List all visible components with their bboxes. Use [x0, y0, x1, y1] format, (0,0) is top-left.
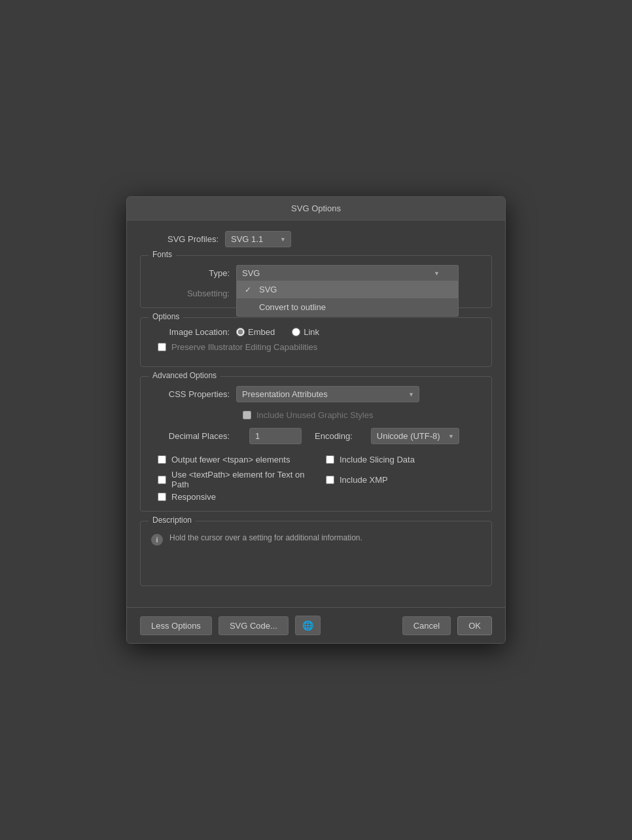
dialog-title-bar: SVG Options: [127, 197, 505, 220]
slicing-checkbox-item: Include Slicing Data: [326, 455, 481, 464]
svg-options-dialog: SVG Options SVG Profiles: SVG 1.1 SVG 1.…: [126, 196, 506, 644]
svg-profiles-select-wrapper: SVG 1.1 SVG 1.0 SVG Basic SVG Tiny: [225, 231, 291, 247]
svg-code-button[interactable]: SVG Code...: [219, 616, 289, 635]
embed-radio-label[interactable]: Embed: [236, 327, 275, 337]
encoding-select-wrapper: Unicode (UTF-8) ISO-8859-1 UTF-16: [371, 428, 459, 444]
preserve-checkbox-row: Preserve Illustrator Editing Capabilitie…: [151, 342, 481, 352]
decimal-places-label: Decimal Places:: [151, 431, 230, 441]
dialog-title: SVG Options: [291, 203, 341, 213]
dialog-footer: Less Options SVG Code... 🌐 Cancel OK: [127, 607, 505, 643]
fonts-section: Fonts Type: SVG ▼ ✓ SVG: [140, 255, 492, 308]
css-properties-select-wrapper: Presentation Attributes Style Attributes…: [236, 386, 419, 402]
type-option-svg-label: SVG: [259, 285, 277, 294]
svg-profiles-row: SVG Profiles: SVG 1.1 SVG 1.0 SVG Basic …: [140, 231, 492, 247]
slicing-checkbox[interactable]: [326, 455, 334, 464]
fonts-section-title: Fonts: [149, 250, 176, 259]
responsive-row: Responsive: [151, 492, 481, 502]
description-content: i Hold the cursor over a setting for add…: [151, 533, 481, 546]
css-properties-select[interactable]: Presentation Attributes Style Attributes…: [236, 386, 419, 402]
responsive-checkbox[interactable]: [158, 493, 166, 501]
type-dropdown-wrapper: SVG ▼ ✓ SVG Convert to outline: [236, 265, 459, 281]
svg-profiles-label: SVG Profiles:: [140, 234, 219, 244]
description-section-title: Description: [149, 516, 196, 525]
globe-button[interactable]: 🌐: [295, 616, 321, 635]
link-radio-label[interactable]: Link: [292, 327, 319, 337]
textpath-checkbox[interactable]: [158, 476, 166, 484]
type-label: Type:: [151, 268, 230, 278]
textpath-label[interactable]: Use <textPath> element for Text on Path: [171, 470, 313, 489]
options-section: Options Image Location: Embed Link Prese: [140, 317, 492, 367]
link-radio[interactable]: [292, 328, 300, 336]
preserve-checkbox[interactable]: [158, 343, 166, 351]
svg-profiles-select[interactable]: SVG 1.1 SVG 1.0 SVG Basic SVG Tiny: [225, 231, 291, 247]
include-unused-label: Include Unused Graphic Styles: [256, 410, 373, 420]
dialog-body: SVG Profiles: SVG 1.1 SVG 1.0 SVG Basic …: [127, 220, 505, 607]
cancel-button[interactable]: Cancel: [402, 616, 451, 635]
subsetting-label: Subsetting:: [151, 289, 230, 298]
responsive-label[interactable]: Responsive: [171, 492, 216, 502]
options-section-title: Options: [149, 312, 183, 321]
include-unused-checkbox[interactable]: [243, 411, 251, 419]
type-option-svg[interactable]: ✓ SVG: [237, 281, 458, 298]
checkboxes-grid: Output fewer <tspan> elements Include Sl…: [151, 455, 481, 489]
type-option-outline-label: Convert to outline: [259, 302, 326, 312]
type-dropdown-arrow: ▼: [434, 270, 440, 277]
css-properties-row: CSS Properties: Presentation Attributes …: [151, 386, 481, 402]
description-section: Description i Hold the cursor over a set…: [140, 521, 492, 586]
xmp-checkbox-item: Include XMP: [326, 470, 481, 489]
image-location-label: Image Location:: [151, 327, 230, 337]
xmp-checkbox[interactable]: [326, 476, 334, 484]
encoding-select[interactable]: Unicode (UTF-8) ISO-8859-1 UTF-16: [371, 428, 459, 444]
xmp-label[interactable]: Include XMP: [340, 475, 388, 485]
ok-button[interactable]: OK: [457, 616, 492, 635]
type-dropdown-list: ✓ SVG Convert to outline: [236, 281, 459, 317]
textpath-checkbox-item: Use <textPath> element for Text on Path: [158, 470, 313, 489]
advanced-section: Advanced Options CSS Properties: Present…: [140, 376, 492, 512]
link-label: Link: [304, 327, 319, 337]
description-text: Hold the cursor over a setting for addit…: [169, 533, 362, 542]
encoding-label: Encoding:: [315, 431, 353, 441]
tspan-label[interactable]: Output fewer <tspan> elements: [171, 455, 290, 464]
embed-label: Embed: [248, 327, 275, 337]
preserve-label[interactable]: Preserve Illustrator Editing Capabilitie…: [171, 342, 317, 352]
tspan-checkbox[interactable]: [158, 455, 166, 464]
image-location-radio-group: Embed Link: [236, 327, 326, 337]
slicing-label[interactable]: Include Slicing Data: [340, 455, 415, 464]
type-row: Type: SVG ▼ ✓ SVG Convert to outline: [151, 265, 481, 281]
advanced-section-title: Advanced Options: [149, 371, 220, 380]
less-options-button[interactable]: Less Options: [140, 616, 212, 635]
unused-styles-row: Include Unused Graphic Styles: [151, 410, 481, 420]
embed-radio[interactable]: [236, 328, 245, 336]
css-properties-label: CSS Properties:: [151, 389, 230, 399]
type-select-field[interactable]: SVG ▼: [236, 265, 459, 281]
decimal-encoding-row: Decimal Places: Encoding: Unicode (UTF-8…: [151, 428, 481, 444]
decimal-places-input[interactable]: [249, 428, 302, 444]
tspan-checkbox-item: Output fewer <tspan> elements: [158, 455, 313, 464]
type-selected-value: SVG: [242, 268, 260, 278]
type-option-outline[interactable]: Convert to outline: [237, 298, 458, 316]
image-location-row: Image Location: Embed Link: [151, 327, 481, 337]
info-icon: i: [151, 534, 163, 546]
check-icon: ✓: [245, 285, 254, 294]
